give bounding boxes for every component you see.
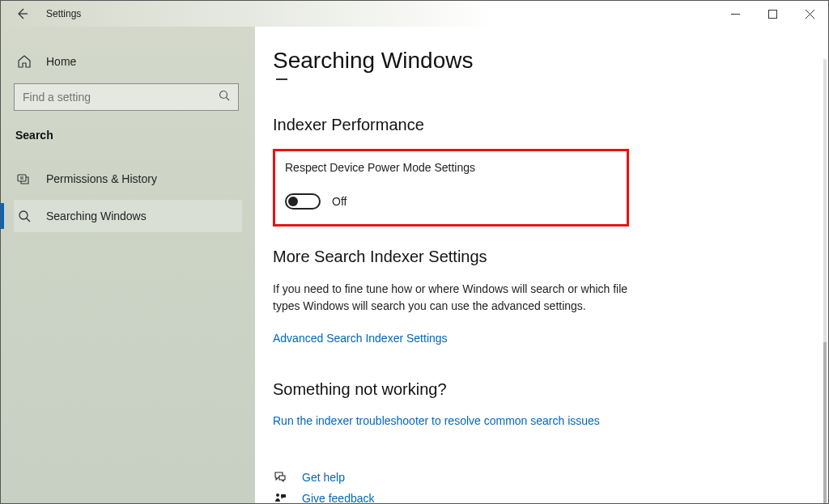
close-button[interactable] [791, 1, 828, 27]
back-button[interactable] [15, 7, 28, 20]
scrollbar-thumb[interactable] [823, 342, 827, 503]
search-icon [219, 90, 230, 104]
sidebar: Home Search Permissions & History Se [1, 27, 255, 503]
sidebar-item-label: Searching Windows [46, 210, 147, 222]
section-heading-troubleshoot: Something not working? [273, 380, 812, 399]
chat-icon [273, 471, 287, 484]
titlebar: Settings [1, 1, 828, 27]
find-setting-search[interactable] [14, 83, 239, 111]
svg-rect-2 [18, 175, 26, 181]
section-heading-more-settings: More Search Indexer Settings [273, 248, 812, 266]
body-area: Home Search Permissions & History Se [1, 27, 828, 503]
troubleshooter-link[interactable]: Run the indexer troubleshooter to resolv… [273, 414, 600, 427]
content-scrollbar[interactable] [823, 59, 827, 503]
toggle-label: Respect Device Power Mode Settings [285, 161, 617, 174]
sidebar-category-label: Search [15, 129, 242, 142]
sidebar-item-searching-windows[interactable]: Searching Windows [14, 200, 242, 232]
toggle-state-label: Off [332, 195, 346, 208]
svg-point-4 [276, 493, 279, 497]
sidebar-home[interactable]: Home [17, 54, 242, 69]
get-help-row[interactable]: Get help [273, 471, 812, 484]
power-mode-toggle[interactable] [285, 193, 321, 210]
svg-rect-5 [281, 494, 286, 498]
section-heading-indexer-performance: Indexer Performance [273, 116, 812, 134]
window-controls [716, 1, 828, 27]
highlighted-section: Respect Device Power Mode Settings Off [273, 149, 629, 227]
give-feedback-link: Give feedback [302, 492, 375, 503]
sidebar-item-permissions-history[interactable]: Permissions & History [14, 163, 242, 195]
sidebar-item-label: Permissions & History [46, 172, 157, 185]
svg-point-3 [19, 211, 28, 219]
home-icon [17, 54, 32, 69]
minimize-button[interactable] [716, 1, 754, 27]
content-pane: Searching Windows Indexer Performance Re… [255, 27, 828, 503]
search-input[interactable] [23, 91, 219, 104]
toggle-knob [288, 197, 298, 206]
advanced-indexer-link[interactable]: Advanced Search Indexer Settings [273, 332, 448, 345]
titlebar-left: Settings [15, 7, 81, 20]
get-help-link: Get help [302, 471, 345, 484]
feedback-icon [273, 492, 287, 503]
maximize-button[interactable] [754, 1, 791, 27]
power-mode-toggle-row: Off [285, 193, 617, 210]
search-icon [17, 210, 32, 223]
svg-point-1 [220, 91, 227, 99]
home-label: Home [46, 55, 76, 68]
page-title: Searching Windows [273, 48, 812, 74]
svg-rect-0 [768, 10, 776, 18]
more-settings-description: If you need to fine tune how or where Wi… [273, 281, 645, 315]
title-underline [276, 78, 287, 80]
give-feedback-row[interactable]: Give feedback [273, 492, 812, 503]
settings-window: Settings Home [0, 0, 829, 504]
window-title: Settings [46, 8, 81, 19]
permissions-icon [17, 172, 32, 186]
